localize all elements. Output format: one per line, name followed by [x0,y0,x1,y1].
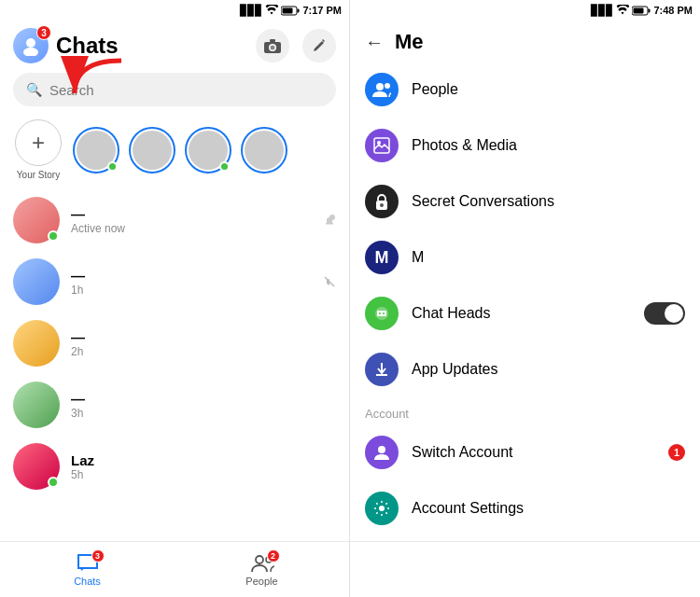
accountsettings-menu-label: Account Settings [412,500,685,517]
menu-item-m[interactable]: M M [350,229,700,285]
chat-name-3: — [71,329,336,345]
chat-meta-5: 5h [71,468,336,481]
svg-point-13 [256,556,263,563]
stories-row: + Your Story [0,114,349,189]
story-avatar-2 [129,127,175,174]
nav-chats-icon-wrap: 3 [77,553,99,574]
menu-list: People Photos & Media Secret Conversatio… [350,62,700,541]
chat-avatar-4 [13,382,60,428]
mute-icon-2 [323,275,336,288]
chat-right-1 [323,214,336,227]
chatheads-toggle[interactable] [644,302,685,325]
story-img-2 [133,131,172,170]
chat-info-4: — 3h [71,391,336,420]
svg-point-25 [379,312,381,314]
chat-avatar-1 [13,197,60,243]
chatheads-menu-label: Chat Heads [412,305,631,322]
menu-item-secret[interactable]: Secret Conversations [350,174,700,229]
chat-meta-4: 3h [71,407,336,420]
status-bar-left: ▊▊▊ 7:17 PM [0,0,349,21]
svg-rect-20 [374,138,389,153]
story-item-2[interactable] [129,127,175,174]
search-input[interactable] [49,82,323,98]
chatheads-menu-icon [365,297,399,330]
story-img-4 [245,131,284,170]
header-badge: 3 [36,25,51,40]
nav-people[interactable]: 2 People [175,542,349,597]
appupdates-menu-icon [365,353,399,386]
chat-item-1[interactable]: — Active now [0,189,349,251]
chat-avatar-5 [13,443,60,490]
svg-point-23 [380,203,384,207]
nav-people-icon-wrap: 2 [250,553,274,574]
chat-info-1: — Active now [71,206,312,235]
svg-rect-11 [326,223,333,225]
chat-item-4[interactable]: — 3h [0,374,349,436]
accountsettings-menu-icon [365,492,399,525]
menu-item-people[interactable]: People [350,62,700,118]
menu-item-photos[interactable]: Photos & Media [350,118,700,174]
back-button[interactable]: ← [365,32,384,53]
switchaccount-badge: 1 [668,444,685,461]
me-header: ← Me [350,21,700,62]
your-story[interactable]: + Your Story [13,119,63,180]
time-right: 7:48 PM [653,5,693,16]
header-left: 3 Chats [0,21,349,69]
compose-button[interactable] [302,29,336,62]
story-online-dot-1 [107,161,118,172]
people-badge: 2 [267,549,280,562]
toggle-knob [665,304,683,323]
chat-online-1 [48,230,59,242]
menu-item-reportproblem[interactable]: ! Report Technical Problem [350,536,700,541]
signal-icon-r: ▊▊▊ [591,5,613,17]
search-bar[interactable]: 🔍 [13,73,336,106]
chat-item-2[interactable]: — 1h [0,251,349,312]
story-online-dot-3 [219,161,230,172]
nav-chats-label: Chats [74,576,101,587]
svg-rect-2 [283,7,293,13]
chat-name-4: — [71,391,336,407]
svg-point-28 [379,506,385,511]
svg-point-27 [378,446,385,453]
chat-name-2: — [71,268,312,284]
svg-point-4 [23,48,38,56]
page-title-left: Chats [56,33,119,59]
chat-circle-4 [13,382,60,428]
chat-item-5[interactable]: Laz 5h [0,436,349,497]
chat-avatar-2 [13,258,60,305]
status-icons-left: ▊▊▊ 7:17 PM [240,5,342,17]
chat-meta-2: 1h [71,284,312,297]
story-item-3[interactable] [185,127,231,174]
chat-avatar-3 [13,320,60,367]
story-item-4[interactable] [241,127,287,174]
signal-icon: ▊▊▊ [240,5,262,17]
status-bar-right: ▊▊▊ 7:48 PM [350,0,700,21]
svg-rect-8 [270,39,275,42]
m-menu-icon: M [365,241,399,274]
chat-list: — Active now — 1h [0,189,349,541]
right-panel: ▊▊▊ 7:48 PM ← Me People Photos & Media [350,0,700,597]
bottom-nav-right [350,541,700,597]
left-panel: ▊▊▊ 7:17 PM 3 Chats [0,0,350,597]
your-story-label: Your Story [13,170,63,180]
appupdates-menu-label: App Updates [412,361,685,378]
story-item-1[interactable] [73,127,119,174]
switchaccount-menu-label: Switch Account [412,444,655,461]
svg-rect-1 [298,8,300,12]
nav-chats[interactable]: 3 Chats [0,542,175,597]
secret-menu-icon [365,185,399,218]
menu-item-chatheads[interactable]: Chat Heads [350,285,700,341]
camera-button[interactable] [256,29,289,62]
photos-menu-icon [365,129,399,162]
menu-item-appupdates[interactable]: App Updates [350,341,700,397]
story-avatar-3 [185,127,231,174]
secret-menu-label: Secret Conversations [412,193,685,210]
chat-item-3[interactable]: — 2h [0,312,349,374]
add-story-button[interactable]: + [15,119,62,166]
chat-meta-1: Active now [71,222,312,235]
user-avatar-badge[interactable]: 3 [13,28,49,63]
menu-item-switchaccount[interactable]: Switch Account 1 [350,424,700,480]
menu-item-accountsettings[interactable]: Account Settings [350,480,700,536]
chat-right-2 [323,275,336,288]
switchaccount-menu-icon [365,436,399,469]
